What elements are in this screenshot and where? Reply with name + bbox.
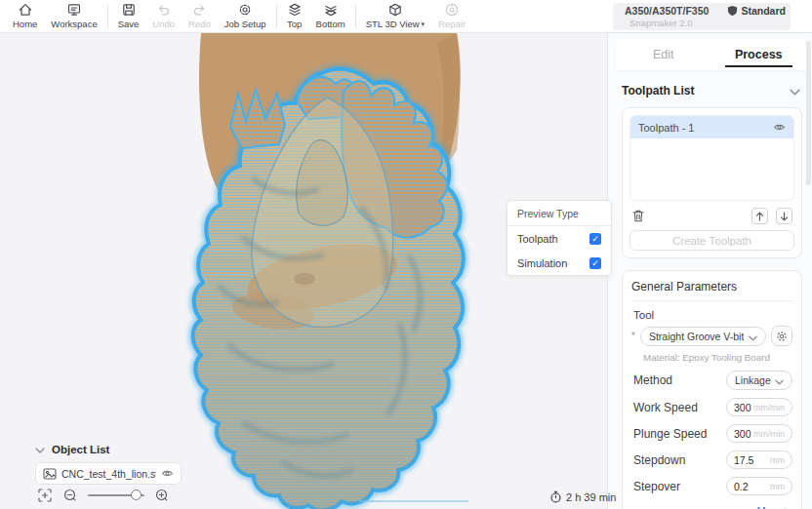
simulation-option-label: Simulation	[517, 257, 567, 269]
gear-icon	[775, 330, 789, 343]
work-speed-row: Work Speed 300 mm/min	[631, 398, 792, 416]
panel-content: Toolpath List Toolpath - 1	[608, 70, 812, 509]
toolpath-list-title: Toolpath List	[622, 84, 694, 98]
time-estimate-value: 2 h 39 min	[566, 491, 616, 503]
zoom-in-button[interactable]	[154, 488, 170, 503]
delete-toolpath-button[interactable]	[631, 209, 645, 223]
object-visibility-toggle[interactable]	[161, 467, 174, 480]
tool-row: * Straight Groove V-bit	[631, 326, 792, 346]
object-list-panel: Object List CNC_test_4th_lion.stl	[35, 444, 182, 485]
arrow-up-icon	[755, 212, 764, 221]
save-button[interactable]: Save	[111, 1, 146, 31]
preview-type-panel: Preview Type Toolpath ✓ Simulation ✓	[507, 200, 612, 276]
stepover-label: Stepover	[633, 480, 680, 493]
top-view-icon	[287, 2, 303, 18]
arrow-down-icon	[780, 212, 789, 221]
toolpath-checkbox[interactable]: ✓	[589, 233, 601, 245]
toolpath-actions	[631, 208, 792, 224]
stl-3d-view-button[interactable]: STL 3D View▾	[359, 1, 431, 31]
move-toolpath-up-button[interactable]	[751, 208, 768, 224]
toolbar-separator	[276, 5, 277, 28]
chevron-down-icon	[775, 372, 784, 389]
workspace-icon	[66, 2, 82, 18]
undo-label: Undo	[152, 19, 175, 29]
redo-icon	[191, 2, 207, 18]
toolpath-visibility-toggle[interactable]	[773, 121, 786, 134]
zoom-slider[interactable]	[88, 488, 144, 503]
job-setup-button[interactable]: Job Setup	[218, 1, 273, 31]
method-label: Method	[633, 373, 672, 387]
top-view-button[interactable]: Top	[280, 1, 309, 31]
stopwatch-icon	[549, 490, 562, 503]
repair-icon	[444, 2, 460, 18]
stepover-input[interactable]: 0.2 mm	[726, 477, 792, 495]
more-row: More >	[633, 501, 791, 509]
luban-cnc-app: Home Workspace Save Undo Redo Job Setup …	[0, 0, 812, 509]
toolbar-separator	[355, 5, 356, 28]
stepdown-row: Stepdown 17.5 mm	[631, 450, 792, 469]
stepdown-unit: mm	[770, 455, 785, 465]
machine-model: A350/A350T/F350	[625, 5, 709, 17]
fit-view-button[interactable]	[37, 488, 53, 503]
material-note: Material: Epoxy Tooling Board	[643, 352, 792, 363]
workspace-button[interactable]: Workspace	[44, 1, 103, 31]
zoom-out-button[interactable]	[62, 488, 78, 503]
undo-button[interactable]: Undo	[145, 1, 182, 31]
shield-icon	[727, 5, 738, 17]
toolbar-separator	[107, 5, 108, 28]
redo-button[interactable]: Redo	[182, 1, 218, 31]
preview-option-simulation[interactable]: Simulation ✓	[508, 251, 611, 275]
toolpath-list-card: Toolpath - 1	[622, 107, 802, 258]
plunge-speed-input[interactable]: 300 mm/min	[726, 424, 792, 443]
panel-scrollbar[interactable]	[806, 41, 811, 185]
tab-edit[interactable]: Edit	[616, 39, 711, 70]
move-toolpath-down-button[interactable]	[776, 208, 792, 224]
bottom-view-button[interactable]: Bottom	[309, 1, 352, 31]
job-setup-label: Job Setup	[224, 19, 266, 29]
stepdown-label: Stepdown	[633, 453, 685, 467]
preview-option-toolpath[interactable]: Toolpath ✓	[508, 226, 611, 251]
home-button[interactable]: Home	[6, 1, 44, 31]
toolpath-option-label: Toolpath	[517, 233, 558, 245]
save-label: Save	[118, 19, 140, 29]
machine-series: Snapmaker 2.0	[629, 18, 783, 28]
object-list-item[interactable]: CNC_test_4th_lion.stl	[35, 462, 182, 485]
stepdown-value: 17.5	[734, 454, 753, 466]
tab-process[interactable]: Process	[711, 39, 807, 70]
toolpath-item-name: Toolpath - 1	[638, 122, 694, 134]
method-select[interactable]: Linkage	[726, 371, 792, 390]
toolpath-list-header[interactable]: Toolpath List	[622, 82, 800, 99]
simulation-checkbox[interactable]: ✓	[589, 257, 601, 269]
tool-select-value: Straight Groove V-bit	[649, 331, 744, 342]
object-list-header[interactable]: Object List	[35, 444, 182, 455]
bottom-view-label: Bottom	[316, 19, 345, 29]
stepdown-input[interactable]: 17.5 mm	[726, 450, 792, 469]
chevron-down-icon[interactable]	[790, 82, 800, 99]
save-icon	[121, 2, 137, 18]
tool-settings-button[interactable]	[771, 326, 792, 346]
chevron-down-icon	[749, 328, 757, 345]
stl-3d-view-icon	[387, 2, 403, 18]
model-file-icon	[43, 467, 57, 481]
repair-button[interactable]: Repair	[431, 1, 472, 31]
right-panel: Edit Process Toolpath List Toolpath - 1	[607, 33, 812, 509]
zoom-out-icon	[62, 488, 78, 503]
create-toolpath-button[interactable]: Create Toolpath	[629, 230, 794, 251]
redo-label: Redo	[188, 19, 211, 29]
plunge-speed-unit: mm/min	[753, 429, 785, 439]
more-parameters-link[interactable]: More >	[756, 505, 791, 509]
toolpath-item[interactable]: Toolpath - 1	[630, 116, 793, 138]
general-parameters-card: General Parameters Tool * Straight Groov…	[622, 270, 802, 509]
stl-3d-view-label: STL 3D View▾	[366, 19, 425, 29]
zoom-controls	[37, 488, 170, 503]
tool-label: Tool	[633, 309, 792, 321]
zoom-in-icon	[154, 488, 170, 503]
zoom-slider-handle[interactable]	[131, 489, 142, 500]
stepover-value: 0.2	[734, 481, 749, 492]
tool-select[interactable]: Straight Groove V-bit	[640, 327, 766, 346]
work-speed-input[interactable]: 300 mm/min	[726, 398, 792, 416]
work-speed-label: Work Speed	[633, 401, 698, 414]
machine-info-box[interactable]: A350/A350T/F350 Standard Snapmaker 2.0	[613, 3, 791, 30]
required-marker: *	[631, 331, 635, 341]
trash-icon	[631, 209, 645, 223]
